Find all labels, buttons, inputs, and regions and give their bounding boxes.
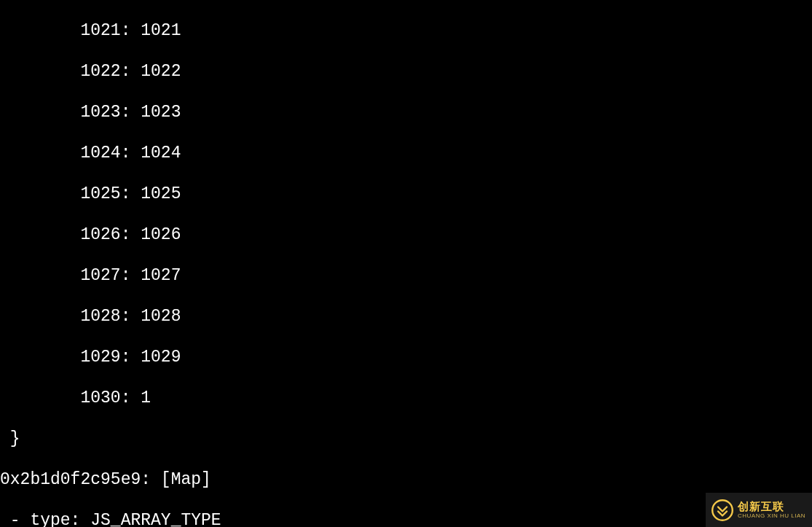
watermark-badge: 创新互联 CHUANG XIN HU LIAN [706,493,812,527]
array-entry: 1027: 1027 [0,265,812,286]
array-entry: 1030: 1 [0,388,812,408]
watermark-en: CHUANG XIN HU LIAN [738,513,805,519]
entry-text: 1022: 1022 [0,62,181,81]
watermark-text: 创新互联 CHUANG XIN HU LIAN [738,501,805,519]
array-entry: 1021: 1021 [0,20,812,41]
watermark-logo-icon [712,499,733,521]
entry-text: 1026: 1026 [0,225,181,244]
entry-text: 1021: 1021 [0,21,181,40]
array-entry: 1028: 1028 [0,306,812,327]
map-header: 0x2b1d0f2c95e9: [Map] [0,469,812,490]
entry-text: 1029: 1029 [0,348,181,367]
array-entry: 1022: 1022 [0,61,812,82]
watermark-cn: 创新互联 [738,501,805,512]
entry-text: 1030: 1 [0,389,151,407]
entry-text: 1024: 1024 [0,144,181,163]
entry-text: 1027: 1027 [0,266,181,285]
terminal-output: 1021: 1021 1022: 1022 1023: 1023 1024: 1… [0,0,812,527]
array-entry: 1024: 1024 [0,143,812,163]
entry-text: 1023: 1023 [0,103,181,122]
array-entry: 1023: 1023 [0,102,812,122]
array-entry: 1026: 1026 [0,225,812,245]
closing-brace: } [0,429,812,449]
array-entry: 1029: 1029 [0,347,812,367]
array-entry: 1025: 1025 [0,184,812,204]
entry-text: 1028: 1028 [0,307,181,326]
map-type: - type: JS_ARRAY_TYPE [0,510,812,527]
entry-text: 1025: 1025 [0,184,181,203]
